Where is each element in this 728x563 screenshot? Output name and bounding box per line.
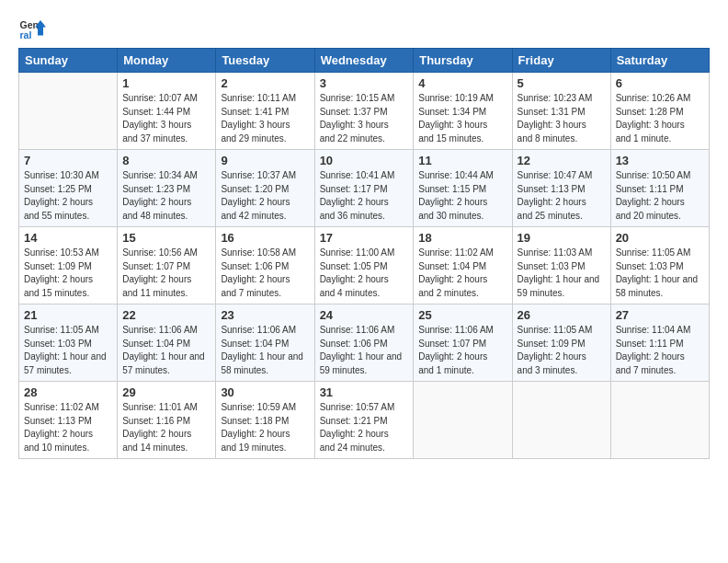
day-info: Sunrise: 10:59 AM Sunset: 1:18 PM Daylig… <box>221 401 309 454</box>
day-info: Sunrise: 10:53 AM Sunset: 1:09 PM Daylig… <box>24 247 112 300</box>
day-number: 31 <box>320 385 409 399</box>
calendar-cell: 28Sunrise: 11:02 AM Sunset: 1:13 PM Dayl… <box>19 382 118 459</box>
header-thursday: Thursday <box>414 49 512 73</box>
day-info: Sunrise: 11:06 AM Sunset: 1:04 PM Daylig… <box>221 324 309 377</box>
day-info: Sunrise: 10:44 AM Sunset: 1:15 PM Daylig… <box>418 169 506 223</box>
header-tuesday: Tuesday <box>216 49 314 73</box>
calendar-cell: 27Sunrise: 11:04 AM Sunset: 1:11 PM Dayl… <box>610 304 709 382</box>
calendar-cell: 30Sunrise: 10:59 AM Sunset: 1:18 PM Dayl… <box>216 382 314 459</box>
day-info: Sunrise: 11:00 AM Sunset: 1:05 PM Daylig… <box>320 247 409 300</box>
day-number: 2 <box>221 76 309 90</box>
page-header: Gene ral <box>18 15 710 42</box>
calendar-cell: 20Sunrise: 11:05 AM Sunset: 1:03 PM Dayl… <box>610 227 709 304</box>
day-info: Sunrise: 10:41 AM Sunset: 1:17 PM Daylig… <box>320 169 409 223</box>
day-number: 28 <box>24 385 112 399</box>
calendar-table: SundayMondayTuesdayWednesdayThursdayFrid… <box>18 48 710 459</box>
day-info: Sunrise: 11:03 AM Sunset: 1:03 PM Daylig… <box>518 247 606 300</box>
calendar-cell: 31Sunrise: 10:57 AM Sunset: 1:21 PM Dayl… <box>314 382 414 459</box>
day-number: 27 <box>616 308 704 322</box>
day-number: 7 <box>24 154 112 167</box>
calendar-cell: 18Sunrise: 11:02 AM Sunset: 1:04 PM Dayl… <box>414 227 512 304</box>
day-number: 18 <box>418 231 506 245</box>
day-info: Sunrise: 11:01 AM Sunset: 1:16 PM Daylig… <box>122 401 210 454</box>
calendar-cell <box>512 382 610 459</box>
calendar-cell: 26Sunrise: 11:05 AM Sunset: 1:09 PM Dayl… <box>512 304 610 382</box>
calendar-cell: 6Sunrise: 10:26 AM Sunset: 1:28 PM Dayli… <box>610 73 709 150</box>
day-info: Sunrise: 10:30 AM Sunset: 1:25 PM Daylig… <box>24 169 112 223</box>
day-info: Sunrise: 10:07 AM Sunset: 1:44 PM Daylig… <box>122 92 210 145</box>
day-number: 19 <box>518 231 606 245</box>
day-info: Sunrise: 11:04 AM Sunset: 1:11 PM Daylig… <box>616 324 704 377</box>
day-info: Sunrise: 10:56 AM Sunset: 1:07 PM Daylig… <box>122 247 210 300</box>
day-info: Sunrise: 10:15 AM Sunset: 1:37 PM Daylig… <box>320 92 409 145</box>
day-info: Sunrise: 11:02 AM Sunset: 1:13 PM Daylig… <box>24 401 112 454</box>
calendar-cell: 7Sunrise: 10:30 AM Sunset: 1:25 PM Dayli… <box>19 150 118 227</box>
day-info: Sunrise: 11:05 AM Sunset: 1:09 PM Daylig… <box>518 324 606 377</box>
calendar-cell: 29Sunrise: 11:01 AM Sunset: 1:16 PM Dayl… <box>118 382 216 459</box>
calendar-cell: 4Sunrise: 10:19 AM Sunset: 1:34 PM Dayli… <box>414 73 512 150</box>
day-number: 20 <box>616 231 704 245</box>
calendar-cell: 8Sunrise: 10:34 AM Sunset: 1:23 PM Dayli… <box>118 150 216 227</box>
day-number: 24 <box>320 308 409 322</box>
day-number: 29 <box>122 385 210 399</box>
calendar-cell: 19Sunrise: 11:03 AM Sunset: 1:03 PM Dayl… <box>512 227 610 304</box>
header-wednesday: Wednesday <box>314 49 414 73</box>
calendar-cell: 9Sunrise: 10:37 AM Sunset: 1:20 PM Dayli… <box>216 150 314 227</box>
day-number: 30 <box>221 385 309 399</box>
calendar-cell: 25Sunrise: 11:06 AM Sunset: 1:07 PM Dayl… <box>414 304 512 382</box>
week-row-2: 7Sunrise: 10:30 AM Sunset: 1:25 PM Dayli… <box>19 150 710 227</box>
day-info: Sunrise: 10:58 AM Sunset: 1:06 PM Daylig… <box>221 247 309 300</box>
week-row-3: 14Sunrise: 10:53 AM Sunset: 1:09 PM Dayl… <box>19 227 710 304</box>
day-number: 17 <box>320 231 409 245</box>
day-number: 26 <box>518 308 606 322</box>
day-number: 6 <box>616 76 704 90</box>
day-number: 23 <box>221 308 309 322</box>
day-number: 12 <box>518 154 606 167</box>
day-info: Sunrise: 11:05 AM Sunset: 1:03 PM Daylig… <box>24 324 112 377</box>
calendar-cell: 14Sunrise: 10:53 AM Sunset: 1:09 PM Dayl… <box>19 227 118 304</box>
day-number: 9 <box>221 154 309 167</box>
day-number: 25 <box>418 308 506 322</box>
day-number: 22 <box>122 308 210 322</box>
calendar-cell: 2Sunrise: 10:11 AM Sunset: 1:41 PM Dayli… <box>216 73 314 150</box>
day-number: 3 <box>320 76 409 90</box>
header-saturday: Saturday <box>610 49 709 73</box>
day-number: 14 <box>24 231 112 245</box>
day-number: 13 <box>616 154 704 167</box>
calendar-cell: 22Sunrise: 11:06 AM Sunset: 1:04 PM Dayl… <box>118 304 216 382</box>
day-info: Sunrise: 11:06 AM Sunset: 1:06 PM Daylig… <box>320 324 409 377</box>
day-number: 16 <box>221 231 309 245</box>
week-row-5: 28Sunrise: 11:02 AM Sunset: 1:13 PM Dayl… <box>19 382 710 459</box>
header-friday: Friday <box>512 49 610 73</box>
day-number: 1 <box>122 76 210 90</box>
day-info: Sunrise: 10:19 AM Sunset: 1:34 PM Daylig… <box>418 92 506 145</box>
header-monday: Monday <box>118 49 216 73</box>
calendar-cell <box>414 382 512 459</box>
week-row-1: 1Sunrise: 10:07 AM Sunset: 1:44 PM Dayli… <box>19 73 710 150</box>
day-info: Sunrise: 10:11 AM Sunset: 1:41 PM Daylig… <box>221 92 309 145</box>
calendar-header-row: SundayMondayTuesdayWednesdayThursdayFrid… <box>19 49 710 73</box>
day-number: 5 <box>518 76 606 90</box>
calendar-cell: 5Sunrise: 10:23 AM Sunset: 1:31 PM Dayli… <box>512 73 610 150</box>
day-number: 21 <box>24 308 112 322</box>
calendar-cell: 13Sunrise: 10:50 AM Sunset: 1:11 PM Dayl… <box>610 150 709 227</box>
svg-text:ral: ral <box>20 29 32 40</box>
day-number: 10 <box>320 154 409 167</box>
day-info: Sunrise: 11:06 AM Sunset: 1:04 PM Daylig… <box>122 324 210 377</box>
calendar-cell: 11Sunrise: 10:44 AM Sunset: 1:15 PM Dayl… <box>414 150 512 227</box>
calendar-cell: 16Sunrise: 10:58 AM Sunset: 1:06 PM Dayl… <box>216 227 314 304</box>
day-info: Sunrise: 10:57 AM Sunset: 1:21 PM Daylig… <box>320 401 409 454</box>
day-info: Sunrise: 10:23 AM Sunset: 1:31 PM Daylig… <box>518 92 606 145</box>
day-info: Sunrise: 11:06 AM Sunset: 1:07 PM Daylig… <box>418 324 506 377</box>
calendar-cell: 17Sunrise: 11:00 AM Sunset: 1:05 PM Dayl… <box>314 227 414 304</box>
calendar-cell: 24Sunrise: 11:06 AM Sunset: 1:06 PM Dayl… <box>314 304 414 382</box>
day-info: Sunrise: 10:50 AM Sunset: 1:11 PM Daylig… <box>616 169 704 223</box>
day-number: 8 <box>122 154 210 167</box>
week-row-4: 21Sunrise: 11:05 AM Sunset: 1:03 PM Dayl… <box>19 304 710 382</box>
calendar-cell <box>610 382 709 459</box>
day-info: Sunrise: 11:05 AM Sunset: 1:03 PM Daylig… <box>616 247 704 300</box>
day-number: 15 <box>122 231 210 245</box>
day-info: Sunrise: 10:37 AM Sunset: 1:20 PM Daylig… <box>221 169 309 223</box>
day-number: 11 <box>418 154 506 167</box>
day-info: Sunrise: 10:47 AM Sunset: 1:13 PM Daylig… <box>518 169 606 223</box>
